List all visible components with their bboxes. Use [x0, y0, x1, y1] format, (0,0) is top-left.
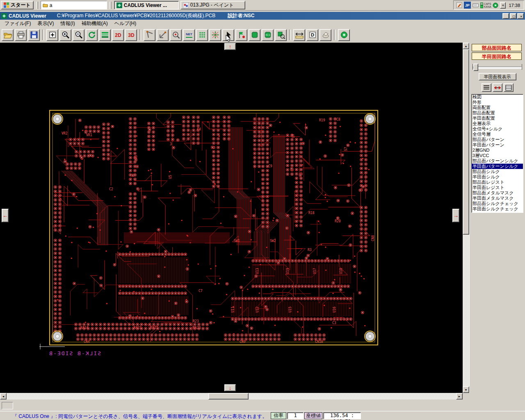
menu-help[interactable]: ヘルプ(H) — [112, 20, 139, 27]
ime-jp-badge[interactable]: JP — [464, 2, 471, 9]
pan-right-button[interactable]: → — [452, 209, 459, 222]
layer-item[interactable]: 半田面パターン — [472, 142, 523, 148]
close-button[interactable]: × — [517, 13, 524, 19]
net-display-button[interactable]: NET — [183, 29, 195, 41]
scroll-down-button[interactable]: ▼ — [463, 386, 469, 393]
taskbar-task-cadlus[interactable]: CADLUS Viewer ... — [114, 1, 179, 9]
part-search-button[interactable]: IC-1 — [262, 29, 274, 41]
layer-item[interactable]: 半田面シルクチェック — [472, 206, 523, 212]
horizontal-scrollbar[interactable]: ◄ ► — [0, 393, 463, 399]
layer-item[interactable]: 外形 — [472, 100, 523, 105]
pad-display-button[interactable] — [196, 29, 208, 41]
slider-thumb[interactable] — [473, 64, 478, 71]
pad-highlight-button[interactable] — [209, 29, 221, 41]
printer-icon — [16, 30, 25, 39]
zoom-in-button[interactable] — [59, 29, 71, 41]
title-bar[interactable]: CADLUS Viewer C:¥Program Files¥CADLUS Vi… — [0, 12, 525, 20]
solder-side-names-button[interactable]: 半田面回路名 — [472, 52, 522, 60]
start-button[interactable]: スタート — [1, 1, 34, 9]
part-zoom-button[interactable] — [275, 29, 287, 41]
layer-item[interactable]: 部品面メタルマスク — [472, 190, 523, 196]
pan-up-button[interactable]: ↑ — [224, 43, 236, 50]
menu-view[interactable]: 表示(V) — [34, 20, 57, 27]
taskbar-task-paint[interactable]: 013.JPG - ペイント — [180, 1, 245, 9]
pin-search-button[interactable] — [235, 29, 247, 41]
layer-item[interactable]: 部品面パターン — [472, 137, 523, 142]
app-icon[interactable] — [1, 13, 7, 19]
part-display-button[interactable] — [249, 29, 260, 41]
print-button[interactable] — [15, 29, 27, 41]
layer-item[interactable]: 両面配置 — [472, 105, 523, 110]
zoom-window-button[interactable] — [46, 29, 58, 41]
svg-text:U3: U3 — [134, 155, 138, 159]
layer-item[interactable]: 半田面パターンシルク — [472, 164, 523, 169]
view-3d-button[interactable]: 3D — [125, 29, 137, 41]
vertical-scrollbar[interactable]: ▲ ▼ — [463, 43, 469, 393]
toolbar-grip[interactable] — [36, 2, 38, 9]
layer-display-button[interactable] — [99, 29, 111, 41]
component-side-names-button[interactable]: 部品面回路名 — [472, 44, 522, 51]
keyboard-icon[interactable] — [472, 2, 479, 8]
zoom-slider[interactable] — [472, 63, 523, 72]
menu-aux[interactable]: 補助機能(A) — [79, 20, 111, 27]
minimize-button[interactable]: _ — [502, 13, 509, 19]
solder-side-view-button[interactable]: 半田面視表示 — [479, 73, 516, 80]
save-button[interactable] — [28, 29, 40, 41]
slider-track[interactable] — [473, 66, 522, 69]
pick-mode-button[interactable] — [222, 29, 234, 41]
list-view-button[interactable] — [482, 83, 491, 92]
toolbar-separator — [289, 30, 291, 40]
tray-expand-button[interactable]: « — [500, 2, 506, 9]
layer-item[interactable]: 半田面配置 — [472, 116, 523, 121]
measure-length-button[interactable] — [144, 29, 155, 41]
menu-info[interactable]: 情報(I) — [57, 20, 78, 27]
layer-listbox[interactable]: 検図外形両面配置部品面配置半田面配置全層表示全信号+シルク全信号層部品面パターン… — [471, 94, 523, 213]
quick-launch-box[interactable]: a — [41, 1, 107, 9]
svg-text:U15: U15 — [288, 306, 292, 313]
caps-label: CAPS — [484, 2, 491, 5]
grid-view-button[interactable] — [504, 83, 514, 92]
scroll-left-button[interactable]: ◄ — [0, 393, 7, 399]
pcb-canvas[interactable]: VR2VR1C2C43C9R19C8U5U7U3S7SW1SW2R18R20R3… — [0, 43, 463, 393]
probe-search-button[interactable] — [170, 29, 182, 41]
pan-down-button[interactable]: ↓ — [224, 384, 236, 391]
layer-item[interactable]: 全層表示 — [472, 121, 523, 126]
layer-item[interactable]: 部品面レジスト — [472, 180, 523, 185]
svg-text:S7: S7 — [344, 147, 348, 151]
layer-item[interactable]: 2層GND — [472, 148, 523, 153]
layer-item[interactable]: 半田面シルク — [472, 174, 523, 180]
open-file-button[interactable] — [2, 29, 14, 41]
display-d-button[interactable]: D — [306, 29, 318, 41]
toolbar-grip[interactable] — [110, 2, 112, 9]
horizontal-scroll-thumb[interactable] — [208, 393, 249, 399]
redraw-button[interactable] — [86, 29, 98, 41]
scroll-up-button[interactable]: ▲ — [463, 43, 469, 49]
measure-angle-button[interactable] — [157, 29, 169, 41]
layer-item[interactable]: 半田面レジスト — [472, 185, 523, 190]
scroll-right-button[interactable]: ► — [456, 393, 463, 399]
view-2d-button[interactable]: 2D — [112, 29, 124, 41]
layer-item[interactable]: 3層VCC — [472, 153, 523, 158]
menu-file[interactable]: ファイル(F) — [2, 20, 34, 27]
probe-icon — [171, 30, 180, 39]
option-button[interactable] — [338, 29, 350, 41]
layer-item[interactable]: 全信号+シルク — [472, 126, 523, 132]
layer-item[interactable]: 部品面パターンシルク — [472, 158, 523, 164]
layer-item[interactable]: 部品面配置 — [472, 110, 523, 116]
ime-pen-icon[interactable] — [456, 2, 462, 8]
zoom-out-button[interactable] — [73, 29, 84, 41]
svg-text:U12: U12 — [256, 306, 259, 313]
tray-status-icon[interactable] — [493, 2, 498, 8]
vertical-scroll-thumb[interactable] — [463, 49, 469, 235]
maximize-button[interactable]: □ — [510, 13, 516, 19]
layer-item[interactable]: 検図 — [472, 94, 523, 100]
layer-item[interactable]: 部品面シルクチェック — [472, 201, 523, 206]
dimension-button[interactable] — [293, 29, 305, 41]
pan-left-button[interactable]: ← — [2, 209, 9, 222]
erase-button[interactable] — [320, 29, 331, 41]
layer-item[interactable]: 部品面シルク — [472, 169, 523, 174]
layer-item[interactable]: 全信号層 — [472, 132, 523, 137]
layer-item[interactable]: 半田面メタルマスク — [472, 196, 523, 201]
chip-icon — [250, 30, 259, 39]
swap-sides-button[interactable] — [493, 83, 502, 92]
